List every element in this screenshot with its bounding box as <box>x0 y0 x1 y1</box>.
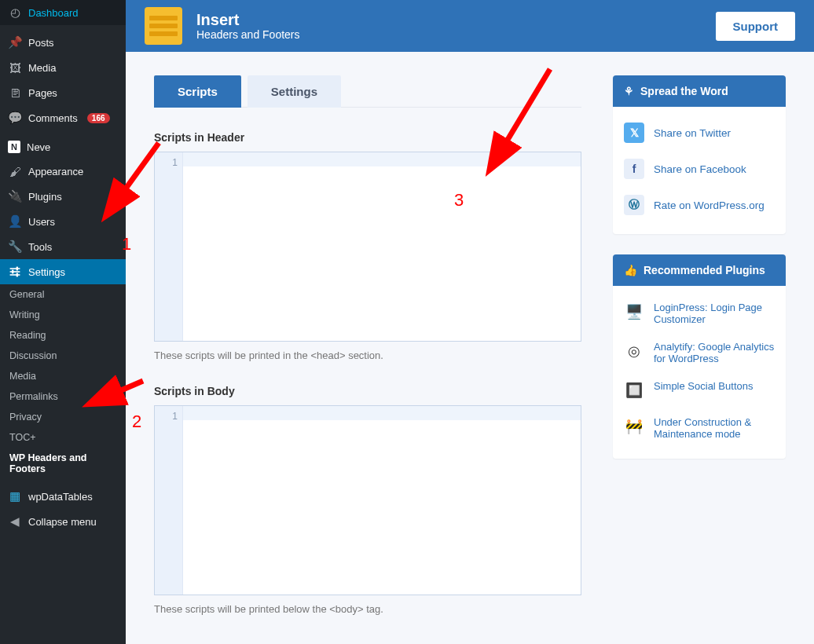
submenu-writing[interactable]: Writing <box>0 305 126 325</box>
support-button[interactable]: Support <box>716 12 796 41</box>
sidebar-item-label: Media <box>28 62 56 74</box>
svg-rect-1 <box>10 271 20 273</box>
page-icon: 🖹 <box>8 86 22 100</box>
sidebar-item-label: Users <box>28 216 55 228</box>
speedometer-icon: ◴ <box>8 5 22 20</box>
main-content: Insert Headers and Footers Support Scrip… <box>126 0 814 644</box>
plugin-label: Analytify: Google Analytics for WordPres… <box>654 341 775 364</box>
sidebar-item-label: Dashboard <box>28 7 79 19</box>
svg-rect-0 <box>10 268 20 269</box>
plugin-loginpress[interactable]: 🖥️LoginPress: Login Page Customizer <box>624 294 775 333</box>
facebook-icon: f <box>624 159 644 179</box>
collapse-icon: ◀ <box>8 514 22 529</box>
header-scripts-label: Scripts in Header <box>154 131 581 144</box>
editor-body[interactable] <box>183 152 581 341</box>
twitter-icon: 𝕏 <box>624 123 644 143</box>
submenu-general[interactable]: General <box>0 284 126 305</box>
body-scripts-editor[interactable]: 1 <box>154 405 581 595</box>
annotation-2: 2 <box>132 412 141 432</box>
submenu-discussion[interactable]: Discussion <box>0 346 126 366</box>
table-icon: ▦ <box>8 489 22 503</box>
recommended-plugins-header: 👍Recommended Plugins <box>613 254 786 286</box>
share-label: Rate on WordPress.org <box>654 199 764 211</box>
body-scripts-hint: These scripts will be printed below the … <box>154 595 581 615</box>
submenu-reading[interactable]: Reading <box>0 325 126 346</box>
user-icon: 👤 <box>8 214 22 229</box>
neve-icon: N <box>8 141 20 153</box>
sidebar-item-plugins[interactable]: 🔌Plugins <box>0 184 126 209</box>
sidebar-item-tools[interactable]: 🔧Tools <box>0 234 126 259</box>
annotation-3: 3 <box>454 190 464 210</box>
sidebar-item-dashboard[interactable]: ◴Dashboard <box>0 0 126 25</box>
wrench-icon: 🔧 <box>8 240 22 254</box>
sidebar-item-comments[interactable]: 💬Comments166 <box>0 105 126 130</box>
annotation-1: 1 <box>122 234 131 254</box>
submenu-privacy[interactable]: Privacy <box>0 407 126 427</box>
sidebar-item-label: Posts <box>28 37 54 49</box>
plugin-label: Under Construction & Maintenance mode <box>654 416 775 440</box>
sidebar-item-pages[interactable]: 🖹Pages <box>0 80 126 105</box>
svg-rect-4 <box>12 270 13 274</box>
spread-word-card: ⚘Spread the Word 𝕏Share on Twitter fShar… <box>613 75 786 234</box>
tabs: Scripts Settings <box>154 75 581 108</box>
rate-wordpress[interactable]: ⓌRate on WordPress.org <box>624 187 775 223</box>
sidebar-item-label: Settings <box>28 266 65 278</box>
plugin-logo-icon <box>145 7 182 45</box>
comment-icon: 💬 <box>8 111 22 125</box>
sidebar-item-label: Comments <box>28 112 78 124</box>
spread-word-header: ⚘Spread the Word <box>613 75 786 107</box>
sidebar-item-label: Tools <box>28 241 52 253</box>
pin-icon: 📌 <box>8 35 22 49</box>
editor-gutter: 1 <box>155 152 183 341</box>
submenu-wp-headers-footers[interactable]: WP Headers and Footers <box>0 448 126 479</box>
submenu-media[interactable]: Media <box>0 366 126 386</box>
submenu-permalinks[interactable]: Permalinks <box>0 386 126 407</box>
media-icon: 🖾 <box>8 60 22 75</box>
sliders-icon <box>8 265 22 279</box>
brush-icon: 🖌 <box>8 164 22 178</box>
header-scripts-hint: These scripts will be printed in the <he… <box>154 342 581 361</box>
plugin-analytify[interactable]: ◎Analytify: Google Analytics for WordPre… <box>624 333 775 372</box>
analytify-icon: ◎ <box>624 341 644 361</box>
sidebar-item-posts[interactable]: 📌Posts <box>0 30 126 55</box>
sidebar-item-label: Neve <box>27 141 50 153</box>
loginpress-icon: 🖥️ <box>624 302 644 322</box>
under-construction-icon: 🚧 <box>624 416 644 437</box>
sidebar-item-appearance[interactable]: 🖌Appearance <box>0 159 126 184</box>
plug-icon: 🔌 <box>8 189 22 203</box>
sidebar-item-wpdatatables[interactable]: ▦wpDataTables <box>0 484 126 509</box>
svg-rect-3 <box>16 267 18 271</box>
sidebar-item-media[interactable]: 🖾Media <box>0 55 126 80</box>
wordpress-icon: Ⓦ <box>624 195 644 215</box>
plugin-topbar: Insert Headers and Footers Support <box>126 0 814 52</box>
tab-scripts[interactable]: Scripts <box>154 75 241 108</box>
card-title: Recommended Plugins <box>644 264 765 276</box>
body-scripts-label: Scripts in Body <box>154 385 581 397</box>
share-icon: ⚘ <box>624 85 634 97</box>
social-buttons-icon: 🔲 <box>624 380 644 401</box>
editor-body[interactable] <box>183 406 581 595</box>
comments-badge: 166 <box>87 113 110 123</box>
sidebar-item-settings[interactable]: Settings <box>0 259 126 284</box>
thumbs-up-icon: 👍 <box>624 264 637 276</box>
plugin-title: Insert <box>196 11 300 28</box>
plugin-label: LoginPress: Login Page Customizer <box>654 302 775 325</box>
recommended-plugins-card: 👍Recommended Plugins 🖥️LoginPress: Login… <box>613 254 786 459</box>
editor-gutter: 1 <box>155 406 183 595</box>
admin-sidebar: ◴Dashboard 📌Posts 🖾Media 🖹Pages 💬Comment… <box>0 0 126 644</box>
submenu-toc[interactable]: TOC+ <box>0 427 126 448</box>
share-label: Share on Facebook <box>654 163 746 175</box>
sidebar-item-neve[interactable]: NNeve <box>0 135 126 159</box>
share-facebook[interactable]: fShare on Facebook <box>624 151 775 187</box>
share-twitter[interactable]: 𝕏Share on Twitter <box>624 115 775 151</box>
share-label: Share on Twitter <box>654 127 731 139</box>
sidebar-item-label: Collapse menu <box>28 516 97 528</box>
sidebar-item-users[interactable]: 👤Users <box>0 209 126 234</box>
plugin-under-construction[interactable]: 🚧Under Construction & Maintenance mode <box>624 408 775 448</box>
tab-settings[interactable]: Settings <box>248 75 341 108</box>
svg-rect-5 <box>16 273 18 277</box>
plugin-social-buttons[interactable]: 🔲Simple Social Buttons <box>624 372 775 408</box>
plugin-label: Simple Social Buttons <box>654 380 753 401</box>
header-scripts-editor[interactable]: 1 <box>154 152 581 342</box>
sidebar-item-collapse[interactable]: ◀Collapse menu <box>0 509 126 534</box>
